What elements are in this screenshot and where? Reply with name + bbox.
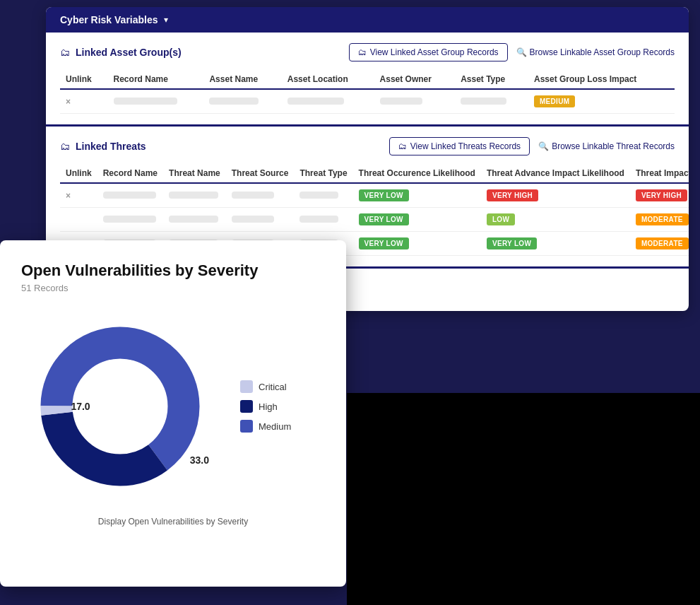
threat-type-t2	[294, 208, 352, 232]
advance-badge-t3: VERY LOW	[487, 237, 537, 249]
browse-asset-group-records-button[interactable]: 🔍 Browse Linkable Asset Group Records	[516, 47, 675, 57]
black-background	[347, 393, 700, 605]
occurrence-t1: VERY LOW	[353, 183, 481, 208]
advance-t1: VERY HIGH	[481, 183, 630, 208]
chart-panel: Open Vulnerabilities by Severity 51 Reco…	[0, 240, 346, 587]
threats-header: 🗂 Linked Threats 🗂 View Linked Threats R…	[60, 137, 675, 155]
asset-groups-table: Unlink Record Name Asset Name Asset Loca…	[60, 70, 675, 114]
unlink-cell-t2	[60, 208, 97, 232]
table-row: × MEDIUM	[60, 89, 675, 114]
col-asset-owner: Asset Owner	[374, 70, 456, 89]
impact-badge-t2: MODERATE	[636, 213, 689, 225]
col-record-name-t: Record Name	[97, 164, 163, 183]
threats-title: Linked Threats	[76, 141, 146, 152]
impact-badge-t3: MODERATE	[636, 237, 689, 249]
chart-footer: Display Open Vulnerabilities by Severity	[21, 517, 325, 527]
chart-container: 17.0 33.0 Critical High Medium	[21, 307, 325, 505]
rec-name-t2	[97, 208, 163, 232]
panel-title: Cyber Risk Variables	[60, 14, 158, 25]
record-name-cell	[108, 89, 204, 114]
legend-item-medium: Medium	[240, 420, 291, 433]
loss-impact-cell: MEDIUM	[528, 89, 675, 114]
occurrence-t3: VERY LOW	[353, 232, 481, 256]
donut-label-right: 33.0	[190, 454, 209, 466]
occurrence-badge-t1: VERY LOW	[359, 189, 409, 201]
col-occurrence: Threat Occurence Likelihood	[353, 164, 481, 183]
impact-t2: MODERATE	[630, 208, 689, 232]
legend-item-high: High	[240, 400, 291, 413]
occurrence-badge-t2: VERY LOW	[359, 213, 409, 225]
folder-small-icon: 🗂	[358, 47, 367, 57]
col-asset-location: Asset Location	[282, 70, 374, 89]
chart-title: Open Vulnerabilities by Severity	[21, 262, 325, 280]
table-row: VERY LOW LOW MODERATE	[60, 208, 689, 232]
threat-source-t1	[226, 183, 295, 208]
col-advance-impact: Threat Advance Impact Likelihood	[481, 164, 630, 183]
folder-icon-threats: 🗂	[60, 141, 70, 152]
unlink-cell: ×	[60, 89, 108, 114]
view-asset-group-records-button[interactable]: 🗂 View Linked Asset Group Records	[349, 43, 508, 61]
table-row: × VERY LOW VERY HIGH VERY HIGH	[60, 183, 689, 208]
legend-color-high	[240, 400, 253, 413]
impact-badge-t1: VERY HIGH	[636, 189, 687, 201]
threat-name-t2	[163, 208, 226, 232]
col-unlink: Unlink	[60, 70, 108, 89]
legend-label-medium: Medium	[259, 421, 291, 432]
threat-name-t1	[163, 183, 226, 208]
col-asset-type: Asset Type	[455, 70, 528, 89]
search-icon-threats: 🔍	[538, 141, 549, 151]
advance-badge-t2: LOW	[487, 213, 515, 225]
asset-groups-actions: 🗂 View Linked Asset Group Records 🔍 Brow…	[349, 43, 675, 61]
col-threat-impact: Threat Impact	[630, 164, 689, 183]
donut-chart: 17.0 33.0	[21, 307, 219, 505]
col-asset-name: Asset Name	[203, 70, 281, 89]
legend-color-critical	[240, 380, 253, 393]
asset-owner-cell	[374, 89, 456, 114]
rec-name-t1	[97, 183, 163, 208]
unlink-cell-t1: ×	[60, 183, 97, 208]
advance-t3: VERY LOW	[481, 232, 630, 256]
browse-threats-records-button[interactable]: 🔍 Browse Linkable Threat Records	[538, 141, 675, 151]
asset-groups-header: 🗂 Linked Asset Group(s) 🗂 View Linked As…	[60, 43, 675, 61]
asset-groups-header-row: Unlink Record Name Asset Name Asset Loca…	[60, 70, 675, 89]
col-record-name: Record Name	[108, 70, 204, 89]
col-unlink-t: Unlink	[60, 164, 97, 183]
col-threat-type: Threat Type	[294, 164, 352, 183]
asset-groups-title: Linked Asset Group(s)	[76, 47, 182, 58]
asset-location-cell	[282, 89, 374, 114]
search-icon: 🔍	[516, 47, 527, 57]
folder-small-icon-threats: 🗂	[398, 141, 407, 151]
impact-t1: VERY HIGH	[630, 183, 689, 208]
threats-header-row: Unlink Record Name Threat Name Threat So…	[60, 164, 689, 183]
col-asset-group-loss-impact: Asset Group Loss Impact	[528, 70, 675, 89]
legend-color-medium	[240, 420, 253, 433]
asset-name-cell	[203, 89, 281, 114]
asset-type-cell	[455, 89, 528, 114]
impact-t3: MODERATE	[630, 232, 689, 256]
chart-subtitle: 51 Records	[21, 283, 325, 293]
asset-groups-section: 🗂 Linked Asset Group(s) 🗂 View Linked As…	[46, 33, 689, 127]
chart-legend: Critical High Medium	[240, 380, 291, 433]
view-threats-records-button[interactable]: 🗂 View Linked Threats Records	[389, 137, 530, 155]
col-threat-source: Threat Source	[226, 164, 295, 183]
threat-type-t1	[294, 183, 352, 208]
advance-badge-t1: VERY HIGH	[487, 189, 538, 201]
loss-impact-badge: MEDIUM	[534, 95, 575, 107]
unlink-button-t1[interactable]: ×	[66, 191, 71, 201]
occurrence-badge-t3: VERY LOW	[359, 237, 409, 249]
panel-header: Cyber Risk Variables ▾	[46, 7, 689, 33]
legend-item-critical: Critical	[240, 380, 291, 393]
unlink-button[interactable]: ×	[66, 97, 71, 107]
asset-groups-title-group: 🗂 Linked Asset Group(s)	[60, 47, 182, 58]
threats-actions: 🗂 View Linked Threats Records 🔍 Browse L…	[389, 137, 675, 155]
occurrence-t2: VERY LOW	[353, 208, 481, 232]
advance-t2: LOW	[481, 208, 630, 232]
legend-label-critical: Critical	[259, 382, 287, 392]
legend-label-high: High	[259, 401, 278, 412]
threats-title-group: 🗂 Linked Threats	[60, 141, 146, 152]
threat-source-t2	[226, 208, 295, 232]
donut-label-left: 17.0	[71, 401, 90, 412]
chevron-down-icon: ▾	[164, 15, 168, 25]
donut-svg	[21, 307, 219, 505]
col-threat-name: Threat Name	[163, 164, 226, 183]
